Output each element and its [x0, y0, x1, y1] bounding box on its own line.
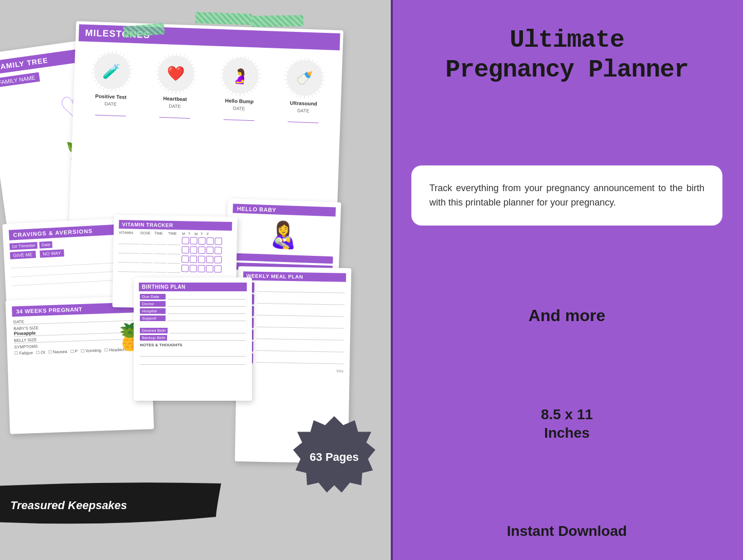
heartbeat-sunburst: ❤️ [155, 52, 197, 95]
positive-test-label: Positive Test [95, 93, 126, 100]
meal-row-t2: T [243, 318, 344, 329]
bump-icon: 🤰 [231, 67, 249, 84]
keepsakes-banner-container: Treasured Keepsakes [0, 481, 221, 529]
birthing-plan-header: BIRTHING PLAN [139, 283, 247, 291]
birthing-plan-card: BIRTHING PLAN Due Date Doctor Hospital S… [134, 277, 252, 401]
washi-tape-3 [252, 15, 303, 27]
vitamin-grid-rows [118, 236, 232, 274]
hello-bump-date-label: DATE [233, 106, 245, 111]
due-date-row: Due Date [140, 293, 246, 300]
support-row: Support [140, 315, 246, 321]
meal-row-t1: T [244, 294, 345, 306]
and-more-label: And more [529, 306, 605, 325]
instant-download-label: Instant Download [507, 523, 627, 539]
meal-colors-label: lors [240, 365, 347, 376]
hospital-row: Hospital [140, 308, 246, 314]
notes-label: NOTES & THOUGHTS [140, 343, 246, 347]
pages-number: 63 Pages [310, 451, 358, 464]
weekly-meal-header: WEEKLY MEAL PLAN [243, 271, 346, 282]
cravings-date-col: Date [40, 241, 53, 248]
pregnancy-test-icon: 🧪 [102, 62, 121, 80]
ultrasound-icon: 🍼 [296, 70, 313, 86]
description-text: Track everything from your pregnancy ann… [429, 181, 704, 211]
ultrasound-date-input [287, 115, 318, 123]
no-way-label: NO WAY [40, 249, 64, 257]
milestone-positive-test: 🧪 Positive Test DATE [89, 50, 133, 117]
give-me-label: GIVE ME [10, 251, 35, 259]
cravings-trimester-col: 1st Trimester [9, 242, 38, 250]
milestone-hello-bump: 🤰 Hello Bump DATE [218, 54, 261, 121]
desired-birth-row: Desired Birth [140, 327, 246, 333]
heartbeat-date-input [159, 110, 190, 119]
backup-birth-row: Backup Birth [140, 334, 246, 341]
hello-bump-date-input [223, 113, 254, 121]
left-panel: FAMILY TREE FAMILY NAME ♡ 🌿 MILESTONES 🧪… [0, 0, 391, 560]
dimensions-label: 8.5 x 11Inches [541, 405, 593, 443]
milestone-icons-row: 🧪 Positive Test DATE ❤️ Heartbeat [76, 45, 340, 128]
positive-test-date-label: DATE [104, 101, 117, 107]
positive-test-circle: 🧪 [93, 52, 130, 89]
washi-tape-2 [195, 12, 252, 25]
cravings-header: CRAVINGS & AVERSIONS [9, 224, 120, 240]
meal-row-m: M [244, 282, 345, 294]
ultrasound-circle: 🍼 [286, 59, 323, 96]
milestone-heartbeat: ❤️ Heartbeat DATE [154, 52, 197, 119]
ultrasound-label: Ultrasound [290, 100, 317, 107]
hello-bump-label: Hello Bump [225, 98, 253, 104]
right-title-line2: Pregnancy Planner [445, 55, 688, 85]
ultrasound-date-label: DATE [297, 108, 310, 114]
weeks-pregnant-card: 34 WEEKS PREGNANT 🍍 DATE BABY'S SIZE Pin… [6, 295, 154, 434]
baby-woman-icon: 👩‍🍼 [234, 218, 332, 252]
doctor-row: Doctor [140, 301, 246, 307]
keepsakes-banner-svg: Treasured Keepsakes [0, 481, 221, 527]
positive-test-date-input [95, 108, 125, 116]
heartbeat-label: Heartbeat [163, 96, 187, 102]
meal-row-f: F [243, 329, 344, 341]
heartbeat-icon: ❤️ [167, 65, 185, 82]
description-box: Track everything from your pregnancy ann… [411, 165, 722, 226]
meal-row-w: W [244, 306, 345, 318]
hello-baby-header: HELLO BABY [233, 204, 336, 217]
vitamin-col-headers: VITAMIN DOSE TIME TIME M T W T F [119, 231, 232, 236]
hello-bump-circle: 🤰 [222, 57, 259, 94]
hello-baby-stripe-1 [232, 253, 333, 264]
heartbeat-date-label: DATE [169, 103, 181, 109]
meal-row-s2: S [243, 353, 343, 365]
milestone-ultrasound: 🍼 Ultrasound DATE [282, 57, 325, 123]
right-title-line1: Ultimate [445, 26, 688, 55]
meal-row-s1: S [243, 341, 343, 353]
right-title-block: Ultimate Pregnancy Planner [445, 26, 688, 85]
panel-divider [391, 0, 393, 560]
keepsakes-text: Treasured Keepsakes [10, 499, 127, 512]
heartbeat-circle: ❤️ [157, 55, 194, 92]
right-panel: Ultimate Pregnancy Planner Track everyth… [391, 0, 743, 560]
positive-test-sunburst: 🧪 [90, 50, 133, 92]
hello-bump-sunburst: 🤰 [219, 54, 262, 97]
vitamin-tracker-header: VITAMIN TRACKER [119, 220, 232, 231]
ultrasound-sunburst: 🍼 [283, 57, 326, 99]
family-name-label: FAMILY NAME [0, 72, 40, 88]
